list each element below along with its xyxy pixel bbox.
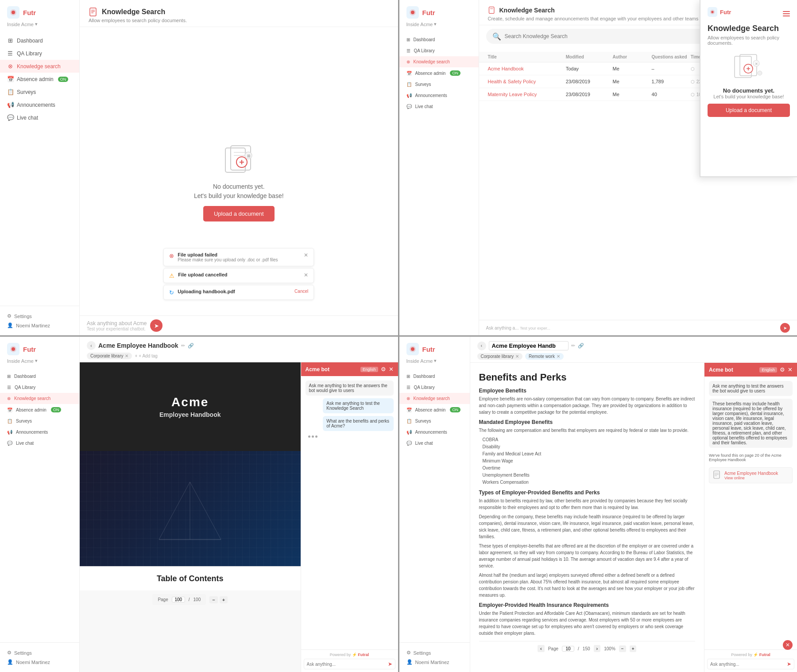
source-link[interactable]: View online <box>724 476 778 480</box>
s4-dashboard[interactable]: ⊞Dashboard <box>399 371 470 382</box>
col-title: Title <box>488 54 566 59</box>
p4-source-box: Acme Employee Handbook View online <box>709 467 793 483</box>
s2-surveys[interactable]: 📋Surveys <box>399 79 479 90</box>
list-item: Workers Compensation <box>479 479 696 486</box>
s3-knowledge[interactable]: ⊗Knowledge search <box>0 393 79 404</box>
settings-link[interactable]: ⚙ Settings <box>7 311 72 321</box>
chatbot-settings-icon[interactable]: ⚙ <box>381 366 386 373</box>
p2-chat-send[interactable]: ➤ <box>780 323 790 333</box>
s3-absence[interactable]: 📅Absence adminON <box>0 404 79 416</box>
s3-dashboard[interactable]: ⊞Dashboard <box>0 371 79 382</box>
p4-back-button[interactable]: ‹ <box>477 342 486 350</box>
s3-settings[interactable]: ⚙ Settings <box>7 648 72 657</box>
back-button[interactable]: ‹ <box>87 341 96 350</box>
overlay-logo: Futr <box>708 7 731 17</box>
logo-text: Futr <box>23 9 36 16</box>
s3-surveys[interactable]: 📋Surveys <box>0 416 79 427</box>
sidebar-item-absence-admin[interactable]: 📅Absence adminON <box>0 73 79 85</box>
upload-document-button[interactable]: Upload a document <box>203 206 275 221</box>
p4-remove-corporate[interactable]: ✕ <box>515 354 519 359</box>
row1-title[interactable]: Acme Handbook <box>488 66 566 71</box>
row3-author: Me <box>612 92 651 97</box>
p4-zoom-out[interactable]: − <box>619 645 626 652</box>
p4-zoom-in[interactable]: + <box>630 645 637 652</box>
zoom-in-button[interactable]: + <box>220 596 228 603</box>
acme-brand-text: Acme <box>171 395 209 409</box>
source-doc-icon <box>713 470 722 480</box>
chat-send-button-1[interactable]: ➤ <box>150 319 162 332</box>
chatbot-input-4[interactable] <box>710 662 785 667</box>
p4-remove-remote[interactable]: ✕ <box>557 354 560 359</box>
chatbot-float-close-4[interactable]: ✕ <box>783 640 793 650</box>
chatbot-footer-4: Powered by ⚡ Futral ➤ <box>704 649 797 672</box>
overlay-upload-button[interactable]: Upload a document <box>708 104 790 117</box>
s4-knowledge[interactable]: ⊗Knowledge search <box>399 393 470 404</box>
chatbot-send-3[interactable]: ➤ <box>388 661 392 667</box>
p4-page-input[interactable] <box>562 646 574 652</box>
chatbot-send-4[interactable]: ➤ <box>787 661 791 667</box>
p4-chatbot-close[interactable]: ✕ <box>788 366 793 373</box>
s3-user[interactable]: 👤 Noemi Martinez <box>7 657 72 667</box>
edit-title-icon[interactable]: ✏ <box>181 343 185 349</box>
chatbot-input-3[interactable] <box>307 662 386 667</box>
chatbot-close-icon[interactable]: ✕ <box>389 366 394 373</box>
s4-user[interactable]: 👤 Noemi Martinez <box>406 657 463 667</box>
s4-announcements[interactable]: 📢Announcements <box>399 427 470 438</box>
zoom-out-button[interactable]: − <box>209 596 217 603</box>
sidebar-item-knowledge-search[interactable]: ⊗Knowledge search <box>0 60 79 73</box>
s3-live-chat[interactable]: 💬Live chat <box>0 438 79 449</box>
s2-announcements[interactable]: 📢Announcements <box>399 90 479 101</box>
p4-pagination: ‹ Page / 150 › 100% − + <box>479 641 696 652</box>
s2-dashboard[interactable]: ⊞Dashboard <box>399 34 479 45</box>
logo-area: Futr <box>0 0 79 20</box>
hamburger-menu[interactable] <box>783 11 790 16</box>
sidebar-item-qa-library[interactable]: ☰QA Library <box>0 47 79 60</box>
s2-live-chat[interactable]: 💬Live chat <box>399 101 479 112</box>
add-tag-button[interactable]: ++ Add tag <box>135 353 157 358</box>
s4-surveys[interactable]: 📋Surveys <box>399 416 470 427</box>
dashboard-icon: ⊞ <box>7 37 13 44</box>
empty-illustration: ⊠ <box>221 141 256 177</box>
row2-modified: 23/08/2019 <box>566 79 613 84</box>
info-icon: ↻ <box>169 289 174 296</box>
s4-live-chat[interactable]: 💬Live chat <box>399 438 470 449</box>
page-input[interactable] <box>172 597 185 602</box>
sidebar-item-surveys[interactable]: 📋Surveys <box>0 85 79 98</box>
s2-absence[interactable]: 📅Absence adminON <box>399 67 479 79</box>
sidebar-item-live-chat[interactable]: 💬Live chat <box>0 111 79 124</box>
notif-close-warning[interactable]: ✕ <box>304 272 308 278</box>
para3-subtitle: Types of Employer-Provided Benefits and … <box>479 489 696 496</box>
overlay-empty-sub: Let's build your knowledge base! <box>708 94 790 99</box>
overlay-logo-icon <box>708 7 717 17</box>
s4-absence[interactable]: 📅Absence adminON <box>399 404 470 416</box>
notif-close-error[interactable]: ✕ <box>304 252 308 258</box>
s2-qa[interactable]: ☰QA Library <box>399 45 479 56</box>
p4-prev-page[interactable]: ‹ <box>538 645 545 652</box>
doc-title: Acme Employee Handbook <box>98 342 178 349</box>
notif-cancel-btn[interactable]: Cancel <box>294 289 308 294</box>
p2-doc-icon <box>488 6 496 14</box>
notifications-area: ⊗ File upload failed Please make sure yo… <box>163 248 314 300</box>
building-image <box>80 451 301 566</box>
tag-remove-corporate[interactable]: ✕ <box>125 353 128 358</box>
sidebar-item-announcements[interactable]: 📢Announcements <box>0 98 79 111</box>
chatbot-title-4: Acme bot <box>709 367 733 373</box>
row2-title[interactable]: Health & Safety Policy <box>488 79 566 84</box>
s3-qa[interactable]: ☰QA Library <box>0 382 79 393</box>
s2-knowledge[interactable]: ⊗Knowledge search <box>399 56 479 67</box>
s4-qa[interactable]: ☰QA Library <box>399 382 470 393</box>
sidebar-item-dashboard[interactable]: ⊞Dashboard <box>0 34 79 47</box>
p1-header: Knowledge Search Allow employees to sear… <box>80 0 398 27</box>
p4-tag-corporate: Corporate library✕ <box>477 353 522 360</box>
svg-text:✕: ✕ <box>755 62 758 66</box>
p4-next-page[interactable]: › <box>594 645 601 652</box>
s4-settings[interactable]: ⚙ Settings <box>406 648 463 657</box>
notif-warning-title: File upload cancelled <box>178 272 227 277</box>
s3-announcements[interactable]: 📢Announcements <box>0 427 79 438</box>
p4-doc-title-input[interactable] <box>489 341 569 350</box>
p4-chatbot-settings[interactable]: ⚙ <box>780 366 785 373</box>
pagination-bar: Page / 100 − + <box>149 590 231 609</box>
row3-title[interactable]: Maternity Leave Policy <box>488 92 566 97</box>
p4-edit-icon[interactable]: ✏ <box>571 343 575 349</box>
user-profile[interactable]: 👤 Noemi Martinez <box>7 321 72 330</box>
